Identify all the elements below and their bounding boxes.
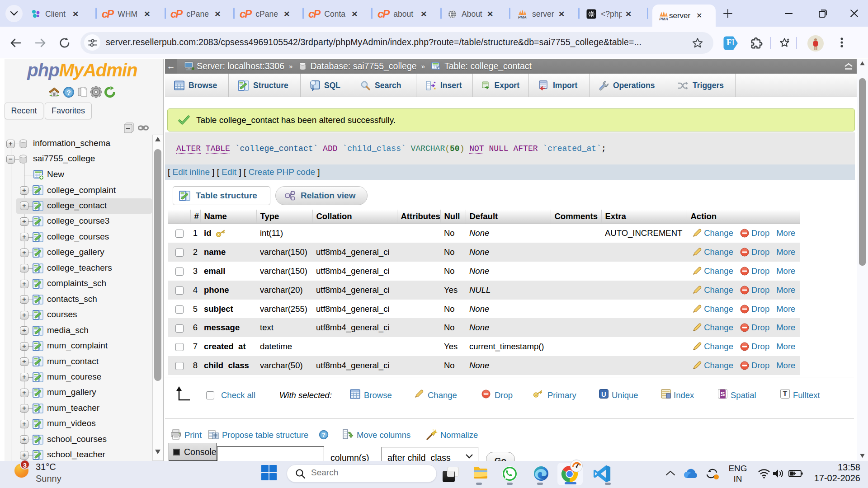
svg-text:?: ?: [322, 432, 326, 438]
svg-text:PMA: PMA: [518, 15, 527, 19]
svg-text:PMA: PMA: [659, 17, 668, 21]
svg-text:?: ?: [66, 89, 71, 96]
